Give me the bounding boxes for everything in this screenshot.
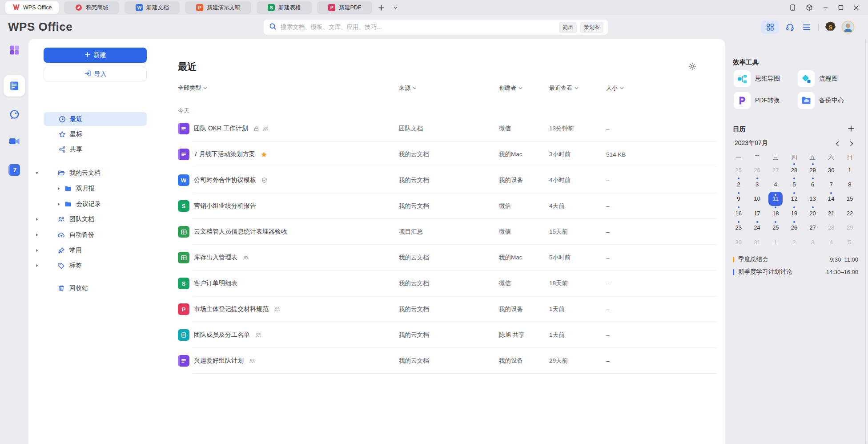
calendar-day[interactable]: 9 bbox=[729, 192, 748, 206]
calendar-day[interactable]: 2 bbox=[729, 177, 748, 191]
calendar-day[interactable]: 5 bbox=[785, 177, 804, 191]
calendar-day[interactable]: 4 bbox=[766, 177, 785, 191]
calendar-day[interactable]: 28 bbox=[785, 163, 804, 177]
calendar-day[interactable]: 1 bbox=[766, 235, 785, 249]
home-grid-view-button[interactable] bbox=[761, 20, 779, 34]
calendar-day[interactable]: 6 bbox=[804, 177, 822, 191]
calendar-day[interactable]: 18 bbox=[766, 206, 785, 220]
minimize-button[interactable] bbox=[823, 5, 828, 11]
file-row[interactable]: 团队成员及分工名单 我的云文档 陈旭 共享 1天前 – bbox=[178, 322, 717, 348]
rail-item[interactable] bbox=[4, 75, 25, 97]
calendar-day[interactable]: 20 bbox=[804, 206, 822, 220]
caret-right-icon[interactable] bbox=[56, 202, 61, 206]
calendar-day[interactable]: 26 bbox=[748, 163, 767, 177]
file-row[interactable]: W 公司对外合作协议模板 我的云文档 我的设备 4小时前 – bbox=[178, 167, 717, 193]
calendar-day[interactable]: 10 bbox=[748, 192, 767, 206]
file-row[interactable]: 云文档管人员信息统计表理器验收 项目汇总 微信 15天前 – bbox=[178, 219, 717, 245]
file-row[interactable]: 库存出入管理表 我的云文档 我的Mac 5小时前 – bbox=[178, 245, 717, 270]
document-tab[interactable]: P 新建演示文稿 bbox=[185, 1, 251, 14]
rail-item[interactable] bbox=[4, 39, 25, 61]
calendar-day[interactable]: 27 bbox=[766, 163, 785, 177]
calendar-day[interactable]: 25 bbox=[729, 163, 748, 177]
sidebar-tree-item[interactable]: 会议记录 bbox=[28, 196, 162, 212]
new-tab-button[interactable] bbox=[376, 2, 386, 13]
sidebar-nav-item[interactable]: 星标 bbox=[44, 127, 147, 141]
document-tab[interactable]: S 新建表格 bbox=[257, 1, 312, 14]
file-row[interactable]: 兴趣爱好组队计划 我的云文档 我的设备 29天前 – bbox=[178, 348, 717, 374]
calendar-day[interactable]: 30 bbox=[729, 235, 748, 249]
calendar-day[interactable]: 16 bbox=[729, 206, 748, 220]
mobile-device-icon[interactable] bbox=[789, 4, 796, 11]
calendar-day[interactable]: 28 bbox=[822, 221, 840, 235]
calendar-day[interactable]: 29 bbox=[804, 163, 822, 177]
tool-item[interactable]: 流程图 bbox=[798, 70, 862, 87]
calendar-day[interactable]: 13 bbox=[804, 192, 822, 206]
calendar-day[interactable]: 2 bbox=[785, 235, 804, 249]
caret-right-icon[interactable] bbox=[35, 233, 39, 237]
calendar-day[interactable]: 5 bbox=[840, 235, 859, 249]
caret-right-icon[interactable] bbox=[35, 263, 39, 268]
filter-viewed[interactable]: 最近查看 bbox=[549, 84, 606, 92]
calendar-day[interactable]: 3 bbox=[748, 177, 767, 191]
search-bar[interactable]: 搜索文档、模板、文库、应用、技巧... 简历策划案 bbox=[264, 20, 608, 35]
file-row[interactable]: 7 月线下活动策划方案 我的云文档 我的Mac 3小时前 514 KB bbox=[178, 141, 717, 167]
file-row[interactable]: 团队 OKR 工作计划 团队文档 微信 13分钟前 – bbox=[178, 116, 717, 141]
calendar-add-event-button[interactable] bbox=[847, 124, 856, 133]
membership-badge-icon[interactable]: S bbox=[823, 20, 837, 34]
maximize-button[interactable] bbox=[838, 5, 844, 10]
sidebar-tree-item[interactable]: 常用 bbox=[28, 242, 162, 258]
calendar-day[interactable]: 29 bbox=[840, 221, 859, 235]
menu-icon[interactable] bbox=[800, 20, 814, 34]
calendar-day[interactable]: 8 bbox=[840, 177, 859, 191]
calendar-day[interactable]: 22 bbox=[840, 206, 859, 220]
calendar-day[interactable]: 27 bbox=[804, 221, 822, 235]
calendar-day[interactable]: 7 bbox=[822, 177, 840, 191]
caret-down-icon[interactable] bbox=[35, 171, 39, 175]
caret-right-icon[interactable] bbox=[56, 186, 61, 191]
sidebar-tree-item[interactable]: 自动备份 bbox=[28, 227, 162, 243]
close-button[interactable] bbox=[853, 5, 859, 11]
calendar-day[interactable]: 21 bbox=[822, 206, 840, 220]
settings-gear-icon[interactable] bbox=[688, 62, 696, 72]
support-headset-icon[interactable] bbox=[783, 20, 797, 34]
rail-item[interactable]: 7 bbox=[4, 159, 25, 181]
file-row[interactable]: S 客户订单明细表 我的云文档 微信 18天前 – bbox=[178, 270, 717, 296]
tool-item[interactable]: PDF转换 bbox=[734, 92, 798, 109]
calendar-day[interactable]: 26 bbox=[785, 221, 804, 235]
new-document-button[interactable]: 新建 bbox=[44, 48, 147, 63]
calendar-day[interactable]: 31 bbox=[748, 235, 767, 249]
calendar-day[interactable]: 4 bbox=[822, 235, 840, 249]
calendar-event[interactable]: 新季度学习计划讨论 14:30–16:00 bbox=[729, 266, 862, 278]
calendar-day[interactable]: 17 bbox=[748, 206, 767, 220]
import-button[interactable]: 导入 bbox=[44, 67, 147, 81]
filter-source[interactable]: 来源 bbox=[399, 84, 499, 92]
filter-creator[interactable]: 创建者 bbox=[499, 84, 549, 92]
sidebar-tree-item[interactable]: 双月报 bbox=[28, 181, 162, 197]
calendar-day[interactable]: 30 bbox=[822, 163, 840, 177]
calendar-prev-button[interactable] bbox=[833, 140, 841, 148]
calendar-day[interactable]: 14 bbox=[822, 192, 840, 206]
filter-type[interactable]: 全部类型 bbox=[178, 84, 399, 92]
file-row[interactable]: S 营销小组业绩分析报告 我的云文档 微信 4天前 – bbox=[178, 193, 717, 219]
tool-item[interactable]: 备份中心 bbox=[798, 92, 862, 109]
rail-item[interactable] bbox=[4, 131, 25, 152]
calendar-event[interactable]: 季度总结会 9:30–11:00 bbox=[729, 253, 862, 266]
tab-list-chevron-icon[interactable] bbox=[390, 2, 401, 13]
scrollbar[interactable] bbox=[865, 39, 866, 444]
filter-size[interactable]: 大小 bbox=[606, 84, 717, 92]
workspace-box-icon[interactable] bbox=[806, 4, 813, 11]
rail-item[interactable] bbox=[4, 104, 25, 125]
document-tab[interactable]: 稻壳商城 bbox=[64, 1, 119, 14]
tool-item[interactable]: 思维导图 bbox=[734, 70, 798, 87]
calendar-day[interactable]: 23 bbox=[729, 221, 748, 235]
sidebar-tree-item[interactable]: 我的云文档 bbox=[28, 165, 162, 181]
user-avatar[interactable] bbox=[841, 20, 855, 34]
search-tag[interactable]: 策划案 bbox=[580, 22, 603, 33]
calendar-day[interactable]: 1 bbox=[840, 163, 859, 177]
caret-right-icon[interactable] bbox=[35, 217, 39, 222]
calendar-day[interactable]: 11 bbox=[766, 192, 785, 206]
search-tag[interactable]: 简历 bbox=[559, 22, 577, 33]
sidebar-item-trash[interactable]: 回收站 bbox=[28, 281, 162, 296]
calendar-day[interactable]: 19 bbox=[785, 206, 804, 220]
file-row[interactable]: P 市场主体登记提交材料规范 我的云文档 我的设备 1天前 – bbox=[178, 296, 717, 322]
